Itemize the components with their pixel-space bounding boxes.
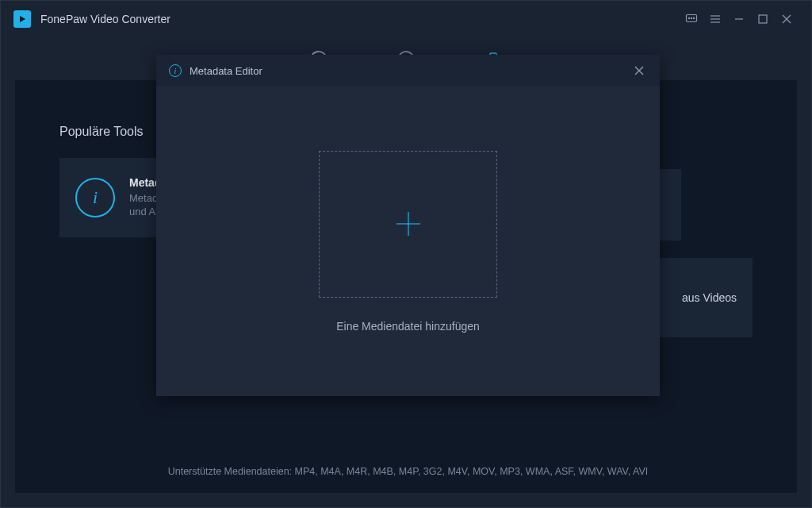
- svg-point-4: [693, 17, 694, 18]
- modal-title: Metadata Editor: [190, 65, 262, 77]
- titlebar: FonePaw Video Converter: [1, 1, 811, 37]
- card-peek-text: aus Videos: [682, 291, 737, 304]
- app-window: FonePaw Video Converter Populäre To: [0, 0, 812, 508]
- svg-point-3: [691, 17, 691, 18]
- modal-header: i Metadata Editor: [156, 55, 660, 87]
- svg-marker-0: [20, 16, 25, 22]
- app-title: FonePaw Video Converter: [40, 13, 170, 25]
- add-media-dropzone[interactable]: [319, 151, 497, 298]
- metadata-editor-modal: i Metadata Editor Eine Mediendatei hinzu…: [156, 55, 660, 396]
- modal-close-button[interactable]: [631, 63, 647, 79]
- window-close-button[interactable]: [775, 7, 799, 31]
- app-logo-icon: [13, 10, 31, 28]
- minimize-button[interactable]: [727, 7, 751, 31]
- feedback-button[interactable]: [680, 7, 703, 31]
- supported-files-footer: Unterstützte Mediendateien: MP4, M4A, M4…: [156, 450, 660, 493]
- info-icon: i: [75, 178, 115, 217]
- dropzone-hint: Eine Mediendatei hinzufügen: [336, 320, 480, 333]
- modal-body: Eine Mediendatei hinzufügen: [156, 87, 660, 396]
- supported-files-text: Unterstützte Mediendateien: MP4, M4A, M4…: [168, 466, 649, 477]
- svg-rect-9: [759, 15, 767, 23]
- info-icon: i: [169, 64, 182, 77]
- maximize-button[interactable]: [751, 7, 775, 31]
- svg-point-2: [688, 17, 689, 18]
- menu-button[interactable]: [703, 7, 727, 31]
